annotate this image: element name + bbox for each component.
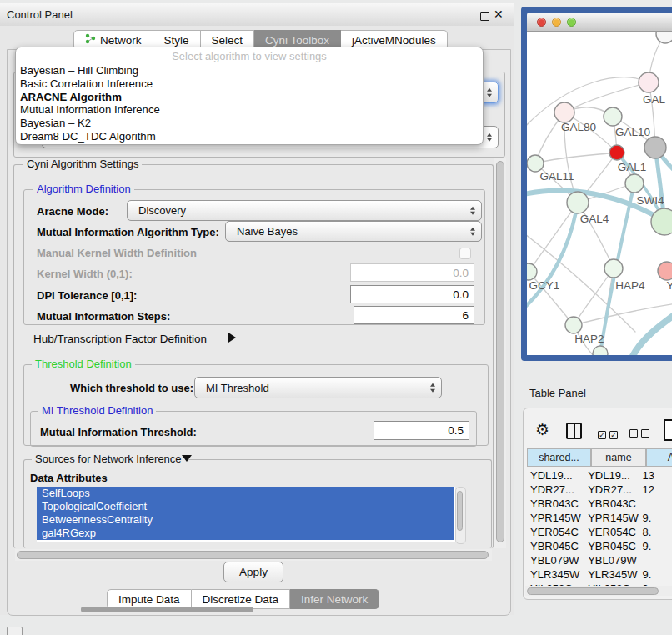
network-node-gal10[interactable]	[604, 108, 622, 126]
kernel-width-label: Kernel Width (0,1):	[37, 268, 133, 280]
table-row[interactable]: YPR145WYPR145W9.	[525, 511, 672, 525]
minimize-traffic-light-icon[interactable]	[552, 18, 561, 27]
table-row[interactable]: YER054CYER054C8.	[525, 525, 672, 539]
network-node-gal11[interactable]	[527, 155, 544, 172]
network-node-hap2[interactable]	[565, 317, 582, 333]
collapse-arrow-icon[interactable]	[182, 455, 192, 462]
network-edge[interactable]	[574, 303, 672, 325]
attributes-scrollbar-thumb[interactable]	[457, 491, 463, 531]
combo-stepper-icon	[470, 206, 475, 215]
algorithm-option[interactable]: Dream8 DC_TDC Algorithm	[18, 130, 480, 143]
gear-icon[interactable]: ⚙	[535, 422, 549, 438]
mi-threshold-field[interactable]: 0.5	[374, 421, 469, 440]
table-row[interactable]: YDL19...YDL19...13	[525, 468, 672, 482]
attributes-scrollbar[interactable]	[455, 487, 466, 544]
table-cell: YER054C	[588, 526, 642, 538]
column-header-third[interactable]: A	[646, 448, 672, 467]
network-node-y[interactable]	[658, 262, 672, 280]
attribute-list-item[interactable]: gal4RGexp	[37, 527, 454, 540]
tab-label: Select	[212, 34, 243, 47]
which-threshold-combobox[interactable]: MI Threshold	[194, 377, 442, 398]
network-node[interactable]	[609, 145, 624, 160]
network-node[interactable]	[656, 32, 672, 43]
manual-kernel-checkbox[interactable]	[459, 248, 471, 259]
table-row[interactable]: YBR045CYBR045C9.	[525, 539, 672, 553]
column-header-name[interactable]: name	[591, 448, 646, 467]
table-cell: 12	[642, 483, 672, 496]
network-node-gal80[interactable]	[554, 102, 574, 122]
mi-type-combobox[interactable]: Naive Bayes	[225, 221, 482, 242]
table-cell: YBR045C	[525, 540, 588, 552]
table-cell: YBL079W	[588, 554, 642, 567]
network-node-hap4[interactable]	[604, 259, 623, 278]
tabbar-scroll-thumb[interactable]	[81, 607, 253, 612]
table-row[interactable]: YBL079WYBL079W	[525, 553, 672, 568]
aracne-mode-combobox[interactable]: Discovery	[127, 200, 482, 221]
settings-horizontal-scrollbar-thumb[interactable]	[17, 551, 489, 559]
algorithm-option[interactable]: Bayesian – K2	[18, 117, 480, 130]
table-horizontal-scrollbar[interactable]	[525, 586, 672, 596]
network-edge[interactable]	[535, 152, 617, 163]
network-graph: GALGAL80GAL10GAL1GAL11GAL4SWI4GCY1HAP4YH…	[527, 32, 672, 355]
algorithm-option[interactable]: Bayesian – Hill Climbing	[18, 64, 480, 78]
table-row[interactable]: YBR043CYBR043C	[525, 497, 672, 511]
algorithm-dropdown-popup: Select algorithm to view settings Bayesi…	[15, 47, 484, 145]
network-node-gal[interactable]	[639, 72, 659, 92]
network-node[interactable]	[593, 346, 608, 355]
settings-vertical-scrollbar[interactable]	[494, 158, 506, 548]
columns-icon[interactable]	[566, 422, 582, 439]
algorithm-option[interactable]: Basic Correlation Inference	[18, 78, 480, 91]
export-table-icon[interactable]	[664, 419, 672, 441]
table-panel-title: Table Panel	[529, 387, 586, 399]
algorithm-placeholder: Select algorithm to view settings	[16, 50, 483, 62]
attribute-list-item[interactable]: SelfLoops	[37, 487, 454, 500]
float-window-icon[interactable]	[480, 12, 489, 21]
tab-label: jActiveMNodules	[352, 34, 436, 47]
zoom-traffic-light-icon[interactable]	[567, 18, 576, 27]
which-threshold-value: MI Threshold	[206, 382, 269, 394]
table-body: YDL19...YDL19...13YDR27...YDR27...12YBR0…	[525, 468, 672, 586]
settings-vertical-scrollbar-thumb[interactable]	[496, 161, 504, 542]
algorithm-option[interactable]: Mutual Information Inference	[18, 103, 480, 117]
tab-infer-network[interactable]: Infer Network	[290, 589, 379, 609]
network-node-label: GAL	[643, 93, 666, 106]
network-node-gcy1[interactable]	[527, 263, 537, 280]
table-cell: 9.	[642, 540, 672, 552]
attribute-list-item[interactable]: TopologicalCoefficient	[37, 500, 454, 513]
mi-threshold-value: 0.5	[448, 424, 464, 437]
mi-steps-field[interactable]: 6	[354, 306, 474, 324]
dpi-tolerance-field[interactable]: 0.0	[350, 285, 474, 303]
kernel-width-field[interactable]: 0.0	[350, 263, 474, 282]
network-node-gal1[interactable]	[625, 174, 644, 192]
mi-type-label: Mutual Information Algorithm Type:	[37, 226, 219, 238]
panel-title: Control Panel	[7, 8, 73, 21]
mi-type-value: Naive Bayes	[237, 225, 298, 238]
algorithm-definition-title: Algorithm Definition	[33, 183, 134, 194]
settings-horizontal-scrollbar[interactable]	[15, 549, 492, 561]
network-window-titlebar[interactable]	[527, 12, 672, 32]
which-threshold-label: Which threshold to use:	[70, 382, 193, 394]
network-edge[interactable]	[633, 312, 672, 355]
column-header-label: A	[668, 452, 672, 463]
algorithm-option[interactable]: ARACNE Algorithm	[18, 91, 480, 104]
column-header-shared[interactable]: shared...	[527, 448, 591, 467]
network-node-label: GAL11	[539, 170, 574, 182]
data-attributes-list[interactable]: SelfLoopsTopologicalCoefficientBetweenne…	[37, 487, 455, 542]
expand-arrow-icon[interactable]	[228, 332, 236, 342]
network-canvas[interactable]: GALGAL80GAL10GAL1GAL11GAL4SWI4GCY1HAP4YH…	[527, 32, 672, 355]
apply-button[interactable]: Apply	[223, 562, 283, 582]
close-traffic-light-icon[interactable]	[537, 18, 546, 27]
network-node-swi4[interactable]	[651, 208, 672, 235]
network-node[interactable]	[644, 137, 666, 158]
table-horizontal-scrollbar-thumb[interactable]	[527, 588, 659, 595]
table-row[interactable]: YDR27...YDR27...12	[525, 482, 672, 497]
panel-grip-icon[interactable]	[7, 627, 23, 635]
select-all-columns-icon[interactable]: ✓✓	[598, 426, 621, 441]
close-window-icon[interactable]: ✕	[494, 8, 504, 21]
table-row[interactable]: YLR345WYLR345W9.	[525, 568, 672, 582]
network-node-gal4[interactable]	[567, 192, 589, 213]
deselect-all-columns-icon[interactable]	[629, 426, 653, 441]
algorithm-option-list: Bayesian – Hill ClimbingBasic Correlatio…	[18, 64, 480, 143]
attribute-list-item[interactable]: BetweennessCentrality	[37, 513, 454, 527]
table-cell: YDL19...	[525, 469, 588, 482]
